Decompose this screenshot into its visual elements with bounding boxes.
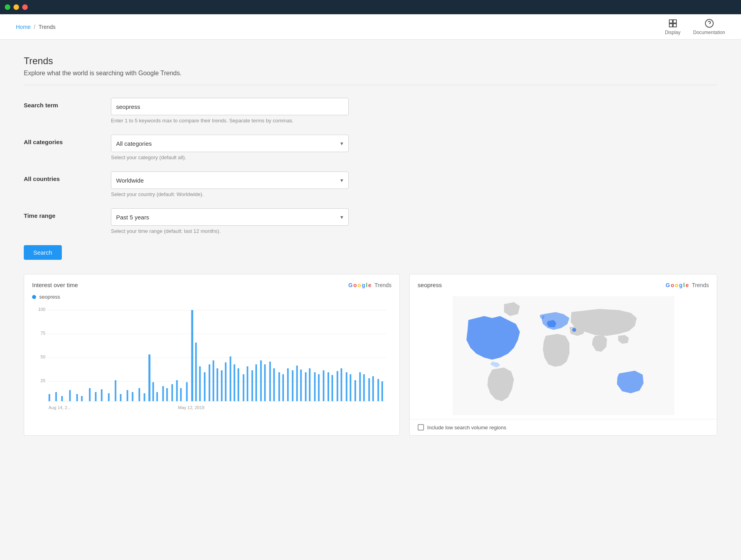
svg-text:50: 50 [40,354,45,359]
page-header: Trends Explore what the world is searchi… [24,55,717,85]
svg-rect-16 [55,392,57,401]
page-subtitle: Explore what the world is searching with… [24,70,717,77]
svg-rect-3 [673,24,676,27]
breadcrumb: Home / Trends [16,24,55,30]
svg-rect-55 [256,364,257,401]
svg-rect-58 [269,362,271,401]
all-countries-select-wrapper: Worldwide [111,171,349,189]
svg-rect-72 [332,375,333,401]
interest-over-time-card: Interest over time Google Trends seopres… [24,274,400,436]
world-map-svg [453,296,674,415]
maximize-dot[interactable] [22,4,28,10]
time-range-select[interactable]: Past 5 years [111,208,349,226]
svg-rect-41 [195,343,197,401]
breadcrumb-separator: / [34,24,35,30]
breadcrumb-current: Trends [38,24,55,30]
svg-rect-82 [378,379,379,401]
chart-legend: seopress [24,292,399,303]
svg-rect-25 [115,380,116,401]
all-countries-select[interactable]: Worldwide [111,171,349,189]
svg-rect-34 [162,386,164,401]
svg-rect-78 [359,372,361,401]
svg-text:100: 100 [38,307,45,312]
svg-rect-57 [264,364,266,401]
interest-chart-header: Interest over time Google Trends [24,274,399,292]
display-button[interactable]: Display [665,19,680,35]
search-term-hint: Enter 1 to 5 keywords max to compare the… [111,118,349,124]
svg-rect-23 [101,389,103,401]
svg-rect-37 [176,380,178,401]
close-dot[interactable] [5,4,10,10]
nav-actions: Display Documentation [665,19,725,35]
svg-rect-50 [234,364,235,401]
svg-rect-60 [279,372,280,401]
svg-rect-68 [314,372,316,401]
svg-rect-39 [186,382,188,401]
svg-rect-15 [49,394,50,401]
svg-rect-22 [95,392,97,401]
svg-text:Aug 14, 2...: Aug 14, 2... [49,405,71,410]
all-categories-label: All categories [24,135,111,145]
region-chart-title: seopress [418,282,442,288]
all-categories-select[interactable]: All categories [111,135,349,152]
all-categories-control: All categories Select your category (def… [111,135,349,160]
display-icon [668,19,678,28]
help-icon [705,19,714,28]
svg-rect-20 [81,396,83,401]
all-countries-control: Worldwide Select your country (default: … [111,171,349,197]
time-range-label: Time range [24,208,111,219]
svg-rect-53 [247,366,248,401]
svg-rect-59 [273,368,275,401]
svg-rect-76 [350,374,351,401]
svg-rect-36 [172,384,173,401]
svg-rect-75 [346,372,348,401]
svg-rect-35 [166,388,168,401]
titlebar [0,0,741,14]
svg-rect-79 [363,374,365,401]
svg-rect-83 [382,381,383,401]
svg-rect-71 [328,372,329,401]
svg-rect-0 [669,20,672,23]
svg-rect-51 [238,368,239,401]
svg-rect-43 [204,372,206,401]
search-term-input[interactable] [111,98,349,115]
svg-point-87 [572,328,576,332]
svg-rect-1 [673,20,676,23]
time-range-row: Time range Past 5 years Select your time… [24,208,717,234]
all-categories-hint: Select your category (default all). [111,154,349,160]
svg-rect-29 [139,388,140,401]
svg-rect-24 [108,393,110,401]
search-button[interactable]: Search [24,245,62,260]
svg-rect-2 [669,24,672,27]
svg-rect-70 [323,370,325,401]
svg-rect-19 [76,394,78,401]
minimize-dot[interactable] [13,4,19,10]
page-title: Trends [24,55,717,67]
breadcrumb-home[interactable]: Home [16,24,31,30]
svg-rect-30 [144,393,145,401]
svg-rect-65 [300,370,302,401]
time-range-hint: Select your time range (default: last 12… [111,228,349,234]
low-volume-checkbox-area[interactable]: Include low search volume regions [418,424,506,430]
all-categories-select-wrapper: All categories [111,135,349,152]
legend-dot [32,295,36,299]
svg-rect-42 [199,366,201,401]
low-volume-checkbox[interactable] [418,424,424,430]
documentation-button[interactable]: Documentation [693,19,725,35]
svg-rect-48 [225,362,227,401]
time-range-control: Past 5 years Select your time range (def… [111,208,349,234]
svg-rect-45 [213,360,214,401]
svg-rect-54 [252,370,253,401]
google-trends-logo-right: Google Trends [666,282,709,288]
form-section: Search term Enter 1 to 5 keywords max to… [24,98,717,234]
world-map-wrap [410,292,717,419]
svg-rect-80 [369,378,370,401]
low-volume-label: Include low search volume regions [427,425,506,430]
all-countries-row: All countries Worldwide Select your coun… [24,171,717,197]
search-term-row: Search term Enter 1 to 5 keywords max to… [24,98,717,124]
svg-rect-17 [61,396,63,401]
region-interest-card: seopress Google Trends [409,274,717,436]
svg-rect-52 [243,374,244,401]
svg-rect-33 [157,392,158,401]
svg-text:May 12, 2019: May 12, 2019 [178,405,204,410]
